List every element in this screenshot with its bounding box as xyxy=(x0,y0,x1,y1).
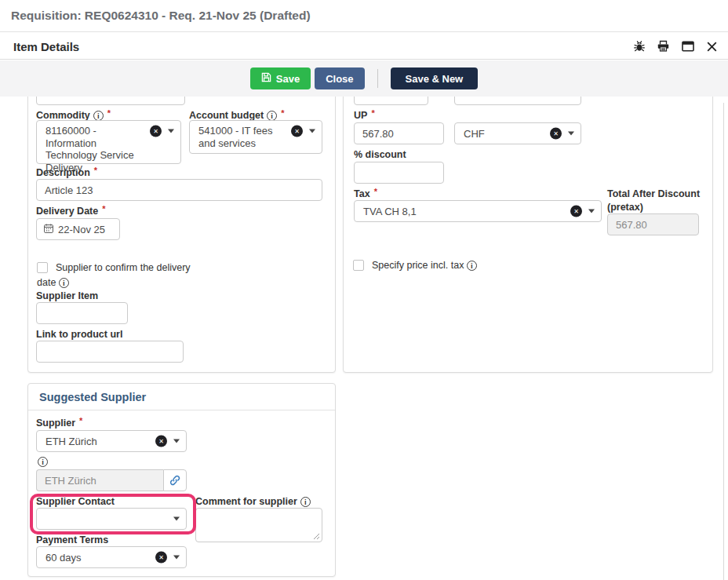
price-incl-tax-label: Specify price incl. tax xyxy=(372,260,464,271)
supplier-confirm-checkbox[interactable] xyxy=(37,262,48,273)
bug-icon[interactable] xyxy=(632,40,646,53)
pricing-panel: UP* CHF % discount Tax* TVA CH 8,1 xyxy=(343,97,713,373)
info-icon[interactable] xyxy=(38,457,48,467)
info-icon[interactable] xyxy=(467,261,477,271)
close-button[interactable]: Close xyxy=(315,67,364,89)
action-toolbar: Save Close Save & New xyxy=(0,60,728,97)
print-icon[interactable] xyxy=(657,40,670,53)
content-right-divider xyxy=(723,103,724,580)
suggested-supplier-panel: Suggested Supplier Supplier* ETH Zürich … xyxy=(27,383,336,577)
payment-terms-value: 60 days xyxy=(46,552,82,564)
page-title: Requisition: REQ0624310 - Req. 21-Nov 25… xyxy=(11,9,311,23)
description-label: Description* xyxy=(36,167,97,178)
link-icon[interactable] xyxy=(163,469,187,491)
suggested-supplier-title: Suggested Supplier xyxy=(28,384,335,410)
item-fields-panel: Commodity* 81160000 - Information Techno… xyxy=(27,97,336,373)
currency-value: CHF xyxy=(464,128,485,140)
info-icon[interactable] xyxy=(300,497,311,507)
cutoff-field-left[interactable] xyxy=(36,97,185,105)
caret-down-icon xyxy=(173,517,180,521)
caret-down-icon xyxy=(173,440,180,443)
comment-for-supplier-textarea[interactable] xyxy=(195,508,322,542)
link-to-product-label: Link to product url xyxy=(36,329,122,340)
caret-down-icon xyxy=(168,129,174,133)
save-button[interactable]: Save xyxy=(250,67,311,89)
caret-down-icon xyxy=(173,556,180,560)
tax-value: TVA CH 8,1 xyxy=(363,206,417,217)
payment-terms-label: Payment Terms xyxy=(36,534,108,545)
info-icon[interactable] xyxy=(59,278,69,288)
window-restore-icon[interactable] xyxy=(681,40,694,53)
price-incl-tax-row: Specify price incl. tax xyxy=(353,258,477,273)
description-input[interactable] xyxy=(36,179,322,201)
currency-select[interactable]: CHF xyxy=(454,122,581,144)
modal-header: Item Details xyxy=(0,34,728,60)
payment-terms-select[interactable]: 60 days xyxy=(36,546,187,568)
supplier-link-group: ETH Zürich xyxy=(36,469,187,491)
info-icon[interactable] xyxy=(267,111,277,121)
account-budget-value: 541000 - IT fees and services xyxy=(198,125,286,149)
delivery-date-input[interactable]: 22-Nov 25 xyxy=(36,218,120,240)
supplier-contact-label: Supplier Contact xyxy=(36,496,115,507)
modal-content: Commodity* 81160000 - Information Techno… xyxy=(0,97,728,580)
info-icon[interactable] xyxy=(93,111,104,121)
clear-icon[interactable] xyxy=(570,206,582,217)
caret-down-icon xyxy=(568,132,574,136)
discount-label: % discount xyxy=(354,149,406,160)
supplier-item-label: Supplier Item xyxy=(36,290,98,301)
total-after-discount-label: Total After Discount (pretax) xyxy=(607,188,709,214)
commodity-select[interactable]: 81160000 - Information Technology Servic… xyxy=(36,120,181,164)
price-incl-tax-checkbox[interactable] xyxy=(353,260,364,271)
caret-down-icon xyxy=(588,210,595,213)
close-button-label: Close xyxy=(326,73,353,85)
supplier-label: Supplier* xyxy=(36,418,82,429)
save-button-label: Save xyxy=(276,73,300,85)
clear-icon[interactable] xyxy=(155,436,167,447)
close-icon[interactable] xyxy=(705,40,719,53)
save-icon xyxy=(261,72,271,85)
commodity-label: Commodity* xyxy=(36,110,111,121)
up-label: UP* xyxy=(354,110,375,121)
clear-icon[interactable] xyxy=(155,552,167,564)
clear-icon[interactable] xyxy=(150,126,162,137)
supplier-value: ETH Zürich xyxy=(46,436,97,447)
toolbar-divider xyxy=(377,69,378,88)
clear-icon[interactable] xyxy=(550,128,562,140)
page-header: Requisition: REQ0624310 - Req. 21-Nov 25… xyxy=(0,0,728,32)
tax-label: Tax* xyxy=(354,188,377,199)
link-to-product-input[interactable] xyxy=(36,341,184,363)
comment-for-supplier-label: Comment for supplier xyxy=(195,496,311,507)
tax-select[interactable]: TVA CH 8,1 xyxy=(354,200,602,222)
cutoff-field-uom[interactable] xyxy=(454,97,581,105)
modal-title: Item Details xyxy=(13,40,79,53)
save-and-new-button-label: Save & New xyxy=(406,73,464,85)
resize-handle-icon xyxy=(313,533,320,540)
supplier-confirm-row: Supplier to confirm the delivery date xyxy=(37,261,192,290)
discount-input[interactable] xyxy=(354,162,444,184)
supplier-linked-name: ETH Zürich xyxy=(36,469,163,491)
supplier-contact-select[interactable] xyxy=(36,508,187,530)
unit-price-input[interactable] xyxy=(354,122,444,144)
supplier-select[interactable]: ETH Zürich xyxy=(36,430,187,452)
cutoff-field-qty[interactable] xyxy=(354,97,428,105)
account-budget-label: Account budget* xyxy=(189,110,284,121)
modal-header-actions xyxy=(632,40,719,53)
delivery-date-value: 22-Nov 25 xyxy=(58,224,105,235)
delivery-date-label: Delivery Date* xyxy=(36,206,106,217)
screen: Requisition: REQ0624310 - Req. 21-Nov 25… xyxy=(0,0,728,580)
calendar-icon xyxy=(44,224,53,235)
clear-icon[interactable] xyxy=(291,126,303,137)
total-after-discount-input xyxy=(607,213,699,235)
account-budget-select[interactable]: 541000 - IT fees and services xyxy=(189,120,322,154)
supplier-item-input[interactable] xyxy=(36,302,128,324)
caret-down-icon xyxy=(309,129,315,133)
save-and-new-button[interactable]: Save & New xyxy=(391,67,479,89)
